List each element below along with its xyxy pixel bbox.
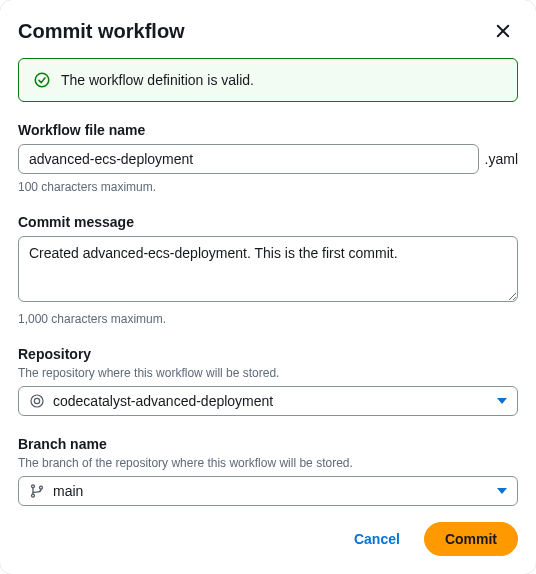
branch-label: Branch name bbox=[18, 436, 518, 452]
branch-select[interactable]: main bbox=[18, 476, 518, 506]
commit-message-helper: 1,000 characters maximum. bbox=[18, 312, 518, 326]
close-button[interactable] bbox=[490, 18, 516, 44]
svg-point-3 bbox=[31, 395, 43, 407]
commit-message-input[interactable] bbox=[18, 236, 518, 302]
commit-message-label: Commit message bbox=[18, 214, 518, 230]
modal-footer: Cancel Commit bbox=[0, 508, 536, 574]
repository-select[interactable]: codecatalyst-advanced-deployment bbox=[18, 386, 518, 416]
check-circle-icon bbox=[33, 71, 51, 89]
commit-message-field: Commit message 1,000 characters maximum. bbox=[18, 214, 518, 326]
branch-field: Branch name The branch of the repository… bbox=[18, 436, 518, 506]
repository-field: Repository The repository where this wor… bbox=[18, 346, 518, 416]
commit-workflow-modal: Commit workflow The workflow definition … bbox=[0, 0, 536, 574]
svg-point-4 bbox=[34, 398, 39, 403]
alert-message: The workflow definition is valid. bbox=[61, 72, 254, 88]
branch-description: The branch of the repository where this … bbox=[18, 456, 518, 470]
repository-description: The repository where this workflow will … bbox=[18, 366, 518, 380]
modal-title: Commit workflow bbox=[18, 20, 185, 43]
cancel-button[interactable]: Cancel bbox=[342, 523, 412, 555]
filename-field: Workflow file name .yaml 100 characters … bbox=[18, 122, 518, 194]
commit-button[interactable]: Commit bbox=[424, 522, 518, 556]
filename-input-row: .yaml bbox=[18, 144, 518, 174]
repository-label: Repository bbox=[18, 346, 518, 362]
filename-suffix: .yaml bbox=[485, 151, 518, 167]
branch-value: main bbox=[53, 483, 497, 499]
validation-alert: The workflow definition is valid. bbox=[18, 58, 518, 102]
filename-label: Workflow file name bbox=[18, 122, 518, 138]
close-icon bbox=[494, 22, 512, 40]
caret-down-icon bbox=[497, 398, 507, 404]
caret-down-icon bbox=[497, 488, 507, 494]
modal-content: The workflow definition is valid. Workfl… bbox=[0, 54, 536, 508]
svg-point-2 bbox=[35, 73, 49, 87]
repository-value: codecatalyst-advanced-deployment bbox=[53, 393, 497, 409]
filename-helper: 100 characters maximum. bbox=[18, 180, 518, 194]
repository-icon bbox=[29, 393, 45, 409]
branch-icon bbox=[29, 483, 45, 499]
modal-header: Commit workflow bbox=[0, 0, 536, 54]
filename-input[interactable] bbox=[18, 144, 479, 174]
